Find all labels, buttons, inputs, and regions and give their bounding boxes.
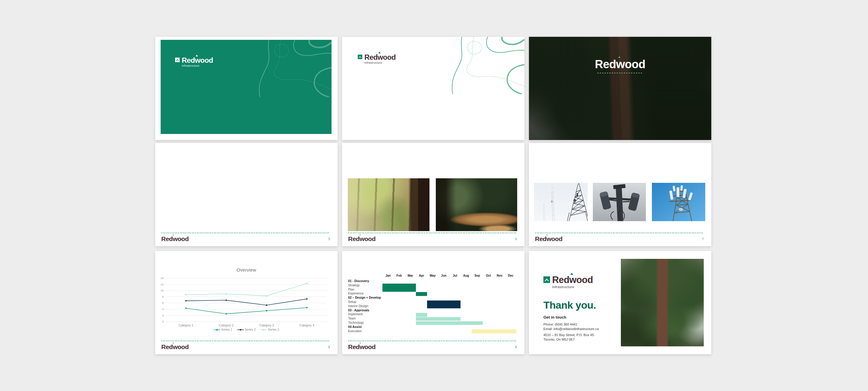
logo-caret-accent: [173, 342, 174, 343]
logo-caret-accent: [618, 56, 621, 58]
gantt-bar[interactable]: [416, 313, 427, 317]
series-line: [186, 308, 307, 314]
logo-wordmark: Redwood: [552, 275, 593, 284]
cover-title-text: Redwood: [595, 58, 645, 71]
thank-you-title: Thank you.: [544, 299, 596, 311]
slide-overview-chart[interactable]: Overview 02468101214Category 1Category 2…: [155, 251, 338, 354]
legend-label: Series 2: [245, 328, 256, 331]
footer-brand: Redwood: [348, 343, 375, 351]
gantt-chart: JanFebMarAprMayJunJulAugSepOctNovDec01 -…: [348, 274, 518, 336]
gantt-row-label: Setup: [348, 300, 356, 304]
slide-cover-green[interactable]: Redwood Infrastructure: [155, 37, 338, 140]
logo-tagline: Infrastructure: [182, 64, 213, 67]
y-tick-label: 8: [162, 295, 164, 298]
data-point[interactable]: [266, 295, 267, 297]
gantt-row-label: Experience: [348, 292, 364, 295]
contact-phone: Phone: (604) 360 4441: [544, 322, 599, 327]
month-label: Feb: [394, 274, 405, 277]
page-number: 5: [328, 237, 330, 241]
redwood-logo: Redwood Infrastructure: [544, 275, 593, 289]
y-tick-label: 14: [160, 276, 164, 280]
month-label: Jun: [438, 274, 450, 277]
logo-wordmark: Redwood: [182, 57, 213, 64]
legend-marker: [237, 329, 244, 331]
slide-cover-white[interactable]: Redwood Infrastructure: [342, 37, 524, 140]
logo-caret-accent: [195, 55, 198, 56]
slide-gantt[interactable]: JanFebMarAprMayJunJulAugSepOctNovDec01 -…: [342, 251, 524, 354]
redwood-forest-photo: [529, 37, 711, 140]
lattice-towers-fog-photo: [534, 183, 588, 221]
data-point[interactable]: [306, 283, 308, 284]
y-tick-label: 0: [162, 320, 164, 323]
month-label: Jul: [450, 274, 461, 277]
forest-boardwalk-photo: [436, 178, 517, 231]
month-label: Sep: [472, 274, 483, 277]
redwood-logo-icon: [358, 55, 362, 59]
green-cover-panel: Redwood Infrastructure: [161, 40, 332, 134]
logo-tagline: Infrastructure: [364, 61, 396, 64]
slide-blank[interactable]: Redwood 5: [155, 143, 338, 246]
dashed-underline-decoration: [597, 73, 643, 73]
category-label: Category 3: [259, 324, 274, 327]
gantt-bar[interactable]: [382, 284, 416, 292]
data-point[interactable]: [306, 298, 308, 300]
series-line: [186, 299, 307, 305]
data-point[interactable]: [185, 307, 187, 309]
gantt-bar[interactable]: [416, 321, 483, 325]
gantt-bar[interactable]: [427, 301, 461, 309]
slide-sorter-canvas: { "background_color": "#EDEDED", "brand"…: [0, 0, 868, 391]
logo-caret-accent: [378, 52, 381, 53]
y-tick-label: 6: [162, 301, 164, 304]
series-line: [186, 283, 307, 296]
gantt-row-label: Execution: [348, 330, 362, 333]
gantt-group-label: 04 Assist: [348, 325, 362, 329]
chart-title: Overview: [155, 267, 338, 273]
page-number: 8: [328, 345, 330, 349]
data-point[interactable]: [266, 310, 267, 312]
footer-divider: [161, 341, 330, 341]
legend-item[interactable]: Series 1: [214, 328, 232, 331]
logo-tagline: Infrastructure: [552, 285, 593, 289]
footer-brand: Redwood: [535, 235, 562, 243]
legend-item[interactable]: Series 2: [237, 328, 256, 331]
topographic-contours-decoration: [247, 40, 332, 97]
legend-item[interactable]: Series 3: [260, 328, 279, 331]
slide-forest-photos[interactable]: Redwood 6: [342, 143, 524, 246]
category-label: Category 1: [179, 324, 193, 327]
gantt-bar[interactable]: [472, 330, 516, 333]
data-point[interactable]: [266, 304, 267, 306]
antenna-closeup-photo: [593, 183, 646, 221]
month-label: May: [427, 274, 438, 277]
topographic-contours-decoration: [440, 37, 524, 94]
month-label: Aug: [461, 274, 472, 277]
slide-tower-photos[interactable]: Redwood 7: [529, 143, 711, 246]
cover-title: Redwood: [595, 58, 645, 70]
gantt-group-label: 02 – Design + Develop: [348, 296, 381, 299]
y-tick-label: 12: [160, 283, 164, 286]
slide-cover-photo[interactable]: Redwood: [529, 37, 711, 140]
gantt-group-label: 03 - Approvals: [348, 309, 370, 312]
get-in-touch-heading: Get in touch: [544, 315, 566, 319]
gantt-group-label: 01 - Discovery: [348, 279, 369, 283]
gantt-row-label: Interior Design: [348, 304, 368, 308]
contact-email[interactable]: Email: info@redwoodinfrastructure.ca: [544, 327, 599, 331]
category-label: Category 4: [300, 324, 314, 327]
data-point[interactable]: [225, 313, 227, 315]
page-number: 6: [515, 237, 517, 241]
data-point[interactable]: [185, 294, 187, 296]
data-point[interactable]: [306, 307, 308, 308]
data-point[interactable]: [225, 300, 227, 301]
data-point[interactable]: [225, 293, 227, 295]
forest-sunbeams-photo: [348, 178, 430, 231]
gantt-bar[interactable]: [416, 292, 427, 296]
gantt-bar[interactable]: [416, 317, 461, 321]
redwood-tree-photo: [621, 259, 704, 346]
gantt-row-label: Technology: [348, 321, 364, 324]
redwood-logo-icon: [544, 276, 550, 283]
data-point[interactable]: [185, 300, 187, 302]
logo-caret-accent: [360, 234, 361, 235]
slide-thank-you[interactable]: Redwood Infrastructure Thank you. Get in…: [529, 251, 711, 354]
footer-brand: Redwood: [348, 235, 375, 243]
page-number: 7: [702, 237, 704, 241]
gantt-row-label: Team: [348, 317, 355, 320]
